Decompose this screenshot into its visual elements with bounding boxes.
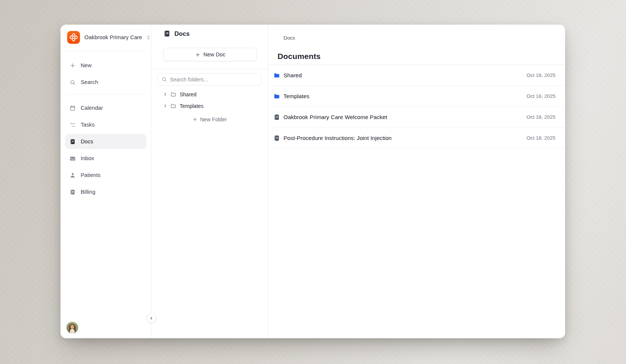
notebook-icon [69,139,76,145]
search-icon [69,79,76,85]
sidebar-primary-group: New Search [61,58,151,90]
document-name: Templates [283,93,527,99]
folder-tree-label: Shared [180,91,196,97]
document-date: Oct 18, 2025 [527,135,555,141]
document-icon [273,135,280,141]
document-name: Oakbrook Primary Care Welcome Packet [283,114,527,120]
sidebar-item-label: Docs [81,139,93,144]
folder-outline-icon [170,91,176,97]
sidebar-item-label: Patients [81,172,100,178]
user-avatar[interactable] [66,322,78,333]
folder-tree: Shared Templates [151,88,268,112]
sidebar-item-search[interactable]: Search [65,75,146,90]
document-row[interactable]: Oakbrook Primary Care Welcome Packet Oct… [268,107,565,128]
sidebar-item-label: Tasks [81,122,95,128]
panel-divider [151,69,268,69]
docs-folders-panel: Docs New Doc Shared [151,25,268,338]
workspace-name: Oakbrook Primary Care [84,34,142,40]
chevron-left-icon [149,316,154,320]
document-list: Shared Oct 18, 2025 Templates Oct 18, 20… [268,65,565,149]
sidebar-item-billing[interactable]: Billing [65,184,146,199]
folder-icon [273,93,280,100]
new-folder-button-label: New Folder [200,116,227,122]
sidebar-item-label: Search [81,79,98,85]
sidebar-item-new[interactable]: New [65,58,146,73]
main-content: Docs Documents Shared Oct 18, 2025 Templ… [268,25,565,338]
folder-outline-icon [170,103,176,109]
document-row[interactable]: Post-Procedure Instructions: Joint Injec… [268,128,565,149]
new-doc-button[interactable]: New Doc [163,48,257,61]
folder-search-input[interactable] [170,77,258,83]
folder-search[interactable] [157,73,262,85]
panel-title: Docs [174,30,190,37]
calendar-icon [69,105,76,111]
search-icon [161,77,167,82]
workspace-switcher[interactable]: Oakbrook Primary Care [67,30,146,45]
document-date: Oct 18, 2025 [527,72,555,78]
sidebar-item-label: Inbox [81,155,94,161]
sidebar-item-tasks[interactable]: Tasks [65,117,146,132]
sidebar: Oakbrook Primary Care New Search [61,25,151,338]
inbox-icon [69,155,76,162]
sidebar-item-calendar[interactable]: Calendar [65,100,146,115]
document-date: Oct 18, 2025 [527,114,555,120]
chevron-up-down-icon [146,35,151,40]
document-row[interactable]: Templates Oct 18, 2025 [268,86,565,107]
sidebar-divider [66,51,145,51]
new-folder-button[interactable]: New Folder [151,114,268,125]
sidebar-item-label: New [81,62,92,68]
sidebar-nav-group: Calendar Tasks Docs Inbox [61,100,151,199]
app-window: Oakbrook Primary Care New Search [61,25,565,338]
panel-header: Docs [151,25,268,37]
breadcrumb[interactable]: Docs [283,35,295,41]
document-date: Oct 18, 2025 [527,93,555,99]
brand-flower-icon [69,33,78,41]
workspace-logo [67,31,80,44]
folder-tree-item-shared[interactable]: Shared [151,88,268,100]
tasks-checklist-icon [69,122,76,128]
sidebar-collapse-button[interactable] [146,313,156,323]
chevron-right-icon[interactable] [163,92,168,97]
sidebar-item-label: Calendar [81,105,103,111]
document-icon [273,114,280,121]
folder-tree-item-templates[interactable]: Templates [151,100,268,112]
sidebar-item-inbox[interactable]: Inbox [65,151,146,166]
billing-icon [69,189,76,195]
plus-icon [69,62,76,69]
person-icon [69,172,76,178]
document-row[interactable]: Shared Oct 18, 2025 [268,65,565,86]
document-name: Post-Procedure Instructions: Joint Injec… [283,135,527,141]
new-doc-button-label: New Doc [204,52,226,57]
page-title: Documents [278,52,320,61]
sidebar-item-patients[interactable]: Patients [65,168,146,183]
sidebar-divider [66,94,145,94]
plus-icon [195,52,201,57]
sidebar-item-docs[interactable]: Docs [65,134,146,149]
chevron-right-icon[interactable] [163,103,168,108]
folder-tree-label: Templates [180,103,204,109]
sidebar-item-label: Billing [81,189,95,195]
notebook-icon [163,30,171,37]
document-name: Shared [283,72,527,78]
folder-icon [273,72,280,79]
plus-icon [192,117,198,122]
